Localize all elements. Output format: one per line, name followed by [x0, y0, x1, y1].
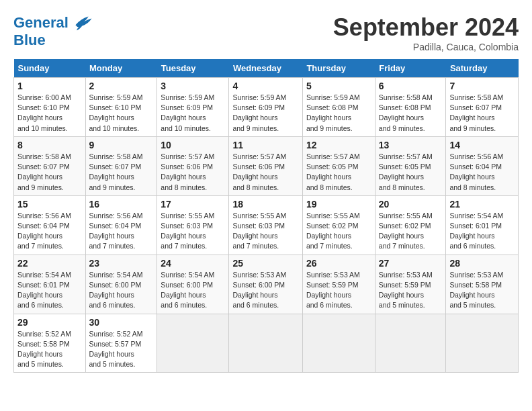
calendar-week-2: 8 Sunrise: 5:58 AMSunset: 6:07 PMDayligh… [14, 136, 519, 195]
table-row: 3 Sunrise: 5:59 AMSunset: 6:09 PMDayligh… [157, 78, 229, 137]
calendar-table: Sunday Monday Tuesday Wednesday Thursday… [13, 59, 519, 373]
logo-text: General [13, 15, 69, 31]
table-row: 27 Sunrise: 5:53 AMSunset: 5:59 PMDaylig… [375, 255, 446, 314]
table-row: 4 Sunrise: 5:59 AMSunset: 6:09 PMDayligh… [229, 78, 303, 137]
table-row: 7 Sunrise: 5:58 AMSunset: 6:07 PMDayligh… [446, 78, 519, 137]
table-row: 25 Sunrise: 5:53 AMSunset: 6:00 PMDaylig… [229, 255, 303, 314]
table-row: 10 Sunrise: 5:57 AMSunset: 6:06 PMDaylig… [157, 136, 229, 195]
col-monday: Monday [85, 59, 157, 78]
table-row: 15 Sunrise: 5:56 AMSunset: 6:04 PMDaylig… [14, 195, 86, 255]
table-row: 6 Sunrise: 5:58 AMSunset: 6:08 PMDayligh… [375, 78, 446, 137]
table-row: 20 Sunrise: 5:55 AMSunset: 6:02 PMDaylig… [375, 195, 446, 255]
table-row: 30 Sunrise: 5:52 AMSunset: 5:57 PMDaylig… [85, 314, 157, 373]
empty-cell [446, 314, 519, 373]
title-block: September 2024 Padilla, Cauca, Colombia [333, 13, 519, 52]
table-row: 5 Sunrise: 5:59 AMSunset: 6:08 PMDayligh… [302, 78, 375, 137]
table-row: 8 Sunrise: 5:58 AMSunset: 6:07 PMDayligh… [14, 136, 86, 195]
table-row: 16 Sunrise: 5:56 AMSunset: 6:04 PMDaylig… [85, 195, 157, 255]
calendar-week-4: 22 Sunrise: 5:54 AMSunset: 6:01 PMDaylig… [14, 255, 519, 314]
empty-cell [229, 314, 303, 373]
table-row: 9 Sunrise: 5:58 AMSunset: 6:07 PMDayligh… [85, 136, 157, 195]
table-row: 28 Sunrise: 5:53 AMSunset: 5:58 PMDaylig… [446, 255, 519, 314]
col-sunday: Sunday [14, 59, 86, 78]
table-row: 2 Sunrise: 5:59 AMSunset: 6:10 PMDayligh… [85, 78, 157, 137]
table-row: 24 Sunrise: 5:54 AMSunset: 6:00 PMDaylig… [157, 255, 229, 314]
month-title: September 2024 [333, 13, 519, 42]
table-row: 14 Sunrise: 5:56 AMSunset: 6:04 PMDaylig… [446, 136, 519, 195]
col-thursday: Thursday [302, 59, 375, 78]
page-header: General Blue September 2024 Padilla, Cau… [13, 13, 519, 52]
table-row: 23 Sunrise: 5:54 AMSunset: 6:00 PMDaylig… [85, 255, 157, 314]
col-wednesday: Wednesday [229, 59, 303, 78]
logo: General Blue [13, 13, 93, 48]
table-row: 19 Sunrise: 5:55 AMSunset: 6:02 PMDaylig… [302, 195, 375, 255]
table-row: 21 Sunrise: 5:54 AMSunset: 6:01 PMDaylig… [446, 195, 519, 255]
table-row: 11 Sunrise: 5:57 AMSunset: 6:06 PMDaylig… [229, 136, 303, 195]
calendar-week-5: 29 Sunrise: 5:52 AMSunset: 5:58 PMDaylig… [14, 314, 519, 373]
table-row: 13 Sunrise: 5:57 AMSunset: 6:05 PMDaylig… [375, 136, 446, 195]
table-row: 29 Sunrise: 5:52 AMSunset: 5:58 PMDaylig… [14, 314, 86, 373]
table-row: 26 Sunrise: 5:53 AMSunset: 5:59 PMDaylig… [302, 255, 375, 314]
col-saturday: Saturday [446, 59, 519, 78]
table-row: 17 Sunrise: 5:55 AMSunset: 6:03 PMDaylig… [157, 195, 229, 255]
empty-cell [375, 314, 446, 373]
logo-text-blue: Blue [13, 32, 93, 48]
table-row: 12 Sunrise: 5:57 AMSunset: 6:05 PMDaylig… [302, 136, 375, 195]
logo-bird-icon [71, 13, 93, 32]
table-row: 1 Sunrise: 6:00 AMSunset: 6:10 PMDayligh… [14, 78, 86, 137]
col-friday: Friday [375, 59, 446, 78]
table-row: 18 Sunrise: 5:55 AMSunset: 6:03 PMDaylig… [229, 195, 303, 255]
calendar-header-row: Sunday Monday Tuesday Wednesday Thursday… [14, 59, 519, 78]
location-subtitle: Padilla, Cauca, Colombia [333, 42, 519, 52]
calendar-week-3: 15 Sunrise: 5:56 AMSunset: 6:04 PMDaylig… [14, 195, 519, 255]
empty-cell [302, 314, 375, 373]
table-row: 22 Sunrise: 5:54 AMSunset: 6:01 PMDaylig… [14, 255, 86, 314]
calendar-week-1: 1 Sunrise: 6:00 AMSunset: 6:10 PMDayligh… [14, 78, 519, 137]
empty-cell [157, 314, 229, 373]
col-tuesday: Tuesday [157, 59, 229, 78]
